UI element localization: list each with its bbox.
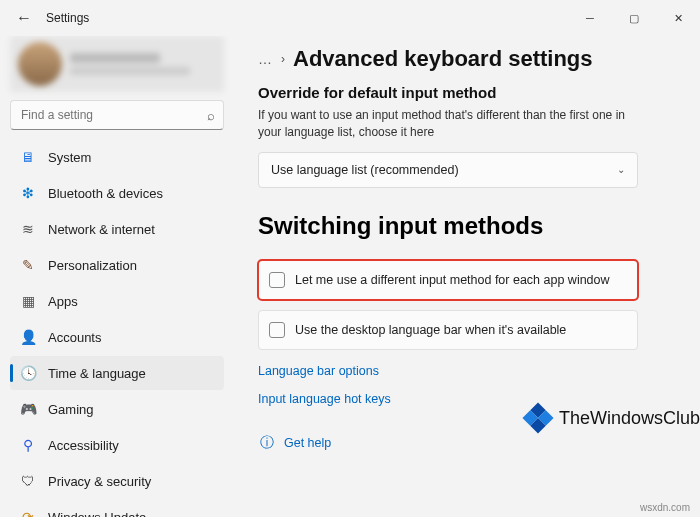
- system-icon: 🖥: [18, 147, 38, 167]
- sidebar-item-gaming[interactable]: 🎮Gaming: [10, 392, 224, 426]
- sidebar-item-label: Bluetooth & devices: [48, 186, 163, 201]
- maximize-button[interactable]: ▢: [612, 0, 656, 36]
- sidebar-item-bluetooth-devices[interactable]: ❇Bluetooth & devices: [10, 176, 224, 210]
- network-internet-icon: ≋: [18, 219, 38, 239]
- checkbox-icon: [269, 322, 285, 338]
- page-title: Advanced keyboard settings: [293, 46, 593, 72]
- sidebar-item-network-internet[interactable]: ≋Network & internet: [10, 212, 224, 246]
- search-box[interactable]: ⌕: [10, 100, 224, 130]
- sidebar-item-apps[interactable]: ▦Apps: [10, 284, 224, 318]
- checkbox-icon: [269, 272, 285, 288]
- sidebar-item-label: Network & internet: [48, 222, 155, 237]
- watermark-logo-icon: [522, 402, 553, 433]
- watermark-text: TheWindowsClub: [559, 408, 700, 429]
- search-icon: ⌕: [207, 108, 215, 123]
- accessibility-icon: ⚲: [18, 435, 38, 455]
- privacy-security-icon: 🛡: [18, 471, 38, 491]
- time-language-icon: 🕓: [18, 363, 38, 383]
- sidebar-item-accessibility[interactable]: ⚲Accessibility: [10, 428, 224, 462]
- sidebar-item-label: System: [48, 150, 91, 165]
- bluetooth-devices-icon: ❇: [18, 183, 38, 203]
- sidebar-item-label: Personalization: [48, 258, 137, 273]
- chevron-right-icon: ›: [281, 52, 285, 66]
- sidebar-item-system[interactable]: 🖥System: [10, 140, 224, 174]
- user-profile[interactable]: [10, 36, 224, 92]
- section-heading-switching: Switching input methods: [258, 212, 674, 240]
- sidebar-item-privacy-security[interactable]: 🛡Privacy & security: [10, 464, 224, 498]
- sidebar-item-label: Windows Update: [48, 510, 146, 518]
- sidebar-item-label: Time & language: [48, 366, 146, 381]
- windows-update-icon: ⟳: [18, 507, 38, 517]
- checkbox-label: Let me use a different input method for …: [295, 273, 610, 287]
- sidebar-item-accounts[interactable]: 👤Accounts: [10, 320, 224, 354]
- back-button[interactable]: ←: [12, 9, 36, 27]
- link-input-hot-keys[interactable]: Input language hot keys: [258, 392, 674, 406]
- checkbox-desktop-lang-bar[interactable]: Use the desktop language bar when it's a…: [258, 310, 638, 350]
- minimize-button[interactable]: ─: [568, 0, 612, 36]
- accounts-icon: 👤: [18, 327, 38, 347]
- window-title: Settings: [46, 11, 89, 25]
- sidebar-item-time-language[interactable]: 🕓Time & language: [10, 356, 224, 390]
- personalization-icon: ✎: [18, 255, 38, 275]
- breadcrumb-ellipsis[interactable]: …: [258, 51, 273, 67]
- dropdown-value: Use language list (recommended): [271, 163, 459, 177]
- sidebar-item-label: Gaming: [48, 402, 94, 417]
- sidebar-item-label: Privacy & security: [48, 474, 151, 489]
- sidebar-item-label: Accessibility: [48, 438, 119, 453]
- help-icon: ⓘ: [258, 434, 276, 452]
- gaming-icon: 🎮: [18, 399, 38, 419]
- chevron-down-icon: ⌄: [617, 164, 625, 175]
- apps-icon: ▦: [18, 291, 38, 311]
- checkbox-per-app-input[interactable]: Let me use a different input method for …: [258, 260, 638, 300]
- section-desc: If you want to use an input method that'…: [258, 107, 638, 142]
- close-button[interactable]: ✕: [656, 0, 700, 36]
- sidebar-item-label: Accounts: [48, 330, 101, 345]
- watermark: TheWindowsClub: [527, 407, 700, 429]
- input-method-dropdown[interactable]: Use language list (recommended) ⌄: [258, 152, 638, 188]
- sidebar-item-label: Apps: [48, 294, 78, 309]
- avatar: [18, 42, 62, 86]
- footer-attribution: wsxdn.com: [640, 502, 690, 513]
- link-language-bar-options[interactable]: Language bar options: [258, 364, 674, 378]
- breadcrumb: … › Advanced keyboard settings: [258, 46, 674, 72]
- search-input[interactable]: [19, 107, 207, 123]
- section-heading-override: Override for default input method: [258, 84, 674, 101]
- link-get-help[interactable]: Get help: [284, 436, 331, 450]
- sidebar-item-personalization[interactable]: ✎Personalization: [10, 248, 224, 282]
- checkbox-label: Use the desktop language bar when it's a…: [295, 323, 566, 337]
- sidebar-item-windows-update[interactable]: ⟳Windows Update: [10, 500, 224, 517]
